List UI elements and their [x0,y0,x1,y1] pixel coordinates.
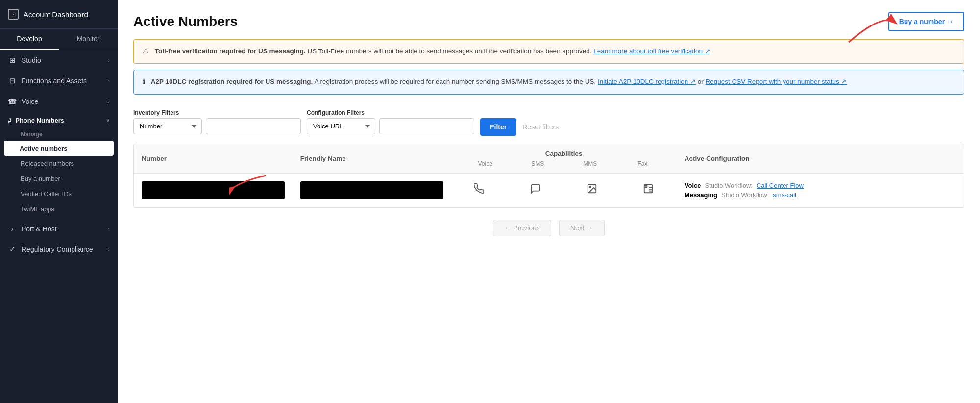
col-capabilities: Capabilities Voice SMS MMS Fax [451,144,677,174]
page-title: Active Numbers [133,14,238,29]
config-filter-label: Configuration Filters [307,109,474,116]
sidebar-item-studio[interactable]: ⊞ Studio › [0,50,118,71]
table-row: Voice Studio Workflow: Call Center Flow … [134,173,964,207]
sidebar-item-label: Functions and Assets [22,77,87,85]
chevron-icon: › [108,246,110,252]
a2p-alert: ℹ A2P 10DLC registration required for US… [133,70,964,94]
dev-monitor-tabs: Develop Monitor [0,29,118,50]
col-number: Number [134,144,293,174]
inventory-filter-label: Inventory Filters [133,109,301,116]
sidebar-item-label: Studio [22,56,41,64]
sidebar-item-phone-numbers[interactable]: # Phone Numbers ∨ [0,112,118,127]
friendly-name-cell [293,173,451,207]
main-header: Active Numbers Buy a number → [118,0,980,39]
toll-free-link[interactable]: Learn more about toll free verification … [593,48,710,55]
voice-config-label: Voice [685,182,701,189]
voice-cap-cell [451,173,508,207]
chevron-icon: › [108,57,110,63]
chevron-icon: › [108,99,110,104]
chevron-icon: › [108,226,110,232]
sidebar-subitem-verified-callerids[interactable]: Verified Caller IDs [0,186,118,202]
account-dashboard-header[interactable]: ⊡ Account Dashboard [0,0,118,29]
hash-icon: # [8,117,11,124]
sidebar-subitem-active-numbers[interactable]: Active numbers [4,141,114,156]
config-select[interactable]: Voice URL SMS URL [307,118,375,134]
info-icon: ℹ [143,78,145,85]
config-cell: Voice Studio Workflow: Call Center Flow … [677,173,964,207]
next-button[interactable]: Next → [559,220,605,236]
inventory-filter-group: Inventory Filters Number Friendly Name [133,109,301,134]
tab-develop[interactable]: Develop [0,29,59,50]
cap-sms-header: SMS [512,160,564,167]
sidebar-item-label: Regulatory Compliance [22,245,93,253]
svg-rect-4 [645,186,647,188]
config-input[interactable] [379,118,474,134]
studio-icon: ⊞ [8,56,17,65]
voice-icon: ☎ [8,97,17,106]
sidebar-subitem-buy-number[interactable]: Buy a number [0,171,118,186]
filter-button[interactable]: Filter [480,118,516,136]
numbers-table: Number Friendly Name Capabilities Voice … [133,144,964,208]
account-icon: ⊡ [8,9,19,20]
a2p-or-text: or [698,78,706,85]
account-dashboard-label: Account Dashboard [24,10,88,19]
pagination: ← Previous Next → [118,208,980,248]
cap-voice-header: Voice [459,160,512,167]
functions-icon: ⊟ [8,76,17,85]
a2p-bold: A2P 10DLC registration required for US m… [151,78,313,85]
a2p-link2[interactable]: Request CSV Report with your number stat… [706,78,847,85]
sidebar-item-label: Voice [22,98,38,105]
toll-free-alert: ⚠ Toll-free verification required for US… [133,39,964,64]
sidebar-item-voice[interactable]: ☎ Voice › [0,91,118,112]
buy-number-button[interactable]: Buy a number → [888,12,964,31]
number-cell [134,173,293,207]
sidebar-item-label: Port & Host [22,225,57,233]
cap-mms-header: MMS [564,160,616,167]
voice-config-type: Studio Workflow: [705,182,753,189]
sidebar-subitem-released-numbers[interactable]: Released numbers [0,156,118,171]
col-friendly-name: Friendly Name [293,144,451,174]
cap-fax-header: Fax [616,160,669,167]
chevron-down-icon: ∨ [106,117,110,124]
sidebar-subitem-twiml-apps[interactable]: TwiML apps [0,202,118,217]
reset-filters-button[interactable]: Reset filters [522,123,559,131]
sms-cap-cell [508,173,564,207]
regulatory-icon: ✓ [8,245,17,253]
msg-config-link[interactable]: sms-call [773,191,796,199]
friendly-name-blacked [300,181,443,199]
msg-config-type: Studio Workflow: [721,191,769,199]
toll-free-text: US Toll-Free numbers will not be able to… [308,48,594,55]
mms-cap-cell [564,173,620,207]
a2p-text: A registration process will be required … [314,78,598,85]
svg-point-3 [590,186,591,188]
sidebar-item-label: Phone Numbers [15,117,64,124]
filters-section: Inventory Filters Number Friendly Name C… [118,101,980,144]
col-active-config: Active Configuration [677,144,964,174]
inventory-select[interactable]: Number Friendly Name [133,118,202,134]
number-blacked [142,181,285,199]
main-content: Active Numbers Buy a number → ⚠ Toll-fre… [118,0,980,403]
tab-monitor[interactable]: Monitor [59,29,118,50]
chevron-icon: › [108,78,110,84]
prev-button[interactable]: ← Previous [493,220,551,236]
inventory-input[interactable] [206,118,301,134]
msg-config-label: Messaging [685,191,717,199]
config-filter-group: Configuration Filters Voice URL SMS URL [307,109,474,134]
warning-icon: ⚠ [143,48,149,55]
sidebar-item-functions[interactable]: ⊟ Functions and Assets › [0,71,118,91]
config-filter-row: Voice URL SMS URL [307,118,474,134]
inventory-filter-row: Number Friendly Name [133,118,301,134]
sidebar: ⊡ Account Dashboard Develop Monitor ⊞ St… [0,0,118,403]
sidebar-item-regulatory[interactable]: ✓ Regulatory Compliance › [0,239,118,259]
sidebar-item-port-host[interactable]: › Port & Host › [0,219,118,239]
toll-free-bold: Toll-free verification required for US m… [155,48,306,55]
fax-cap-cell [620,173,677,207]
voice-config-link[interactable]: Call Center Flow [757,182,804,189]
port-icon: › [8,225,17,233]
manage-label: Manage [0,129,118,141]
a2p-link1[interactable]: Initiate A2P 10DLC registration ↗ [598,78,696,85]
